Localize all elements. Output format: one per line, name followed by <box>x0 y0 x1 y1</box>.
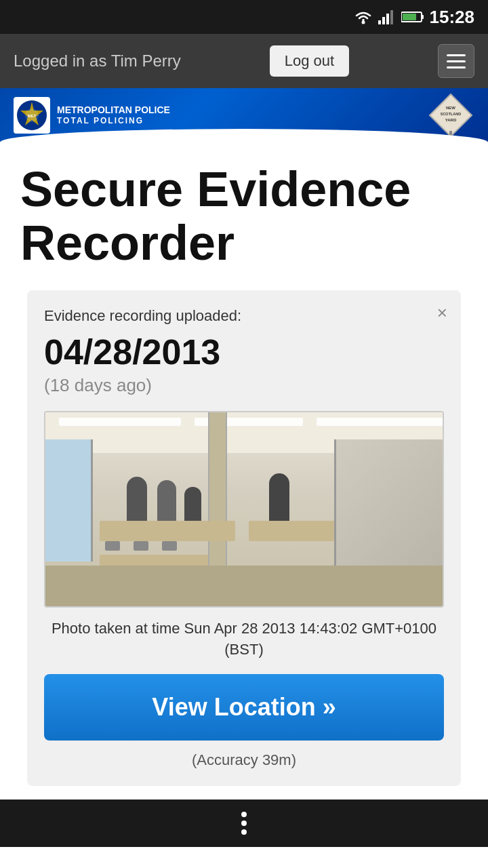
wifi-icon <box>354 9 373 24</box>
accuracy-text: (Accuracy 39m) <box>44 751 444 769</box>
menu-icon-line3 <box>447 66 466 68</box>
police-tagline: TOTAL POLICING <box>57 116 170 127</box>
person3 <box>184 487 201 521</box>
page-title: Secure Evidence Recorder <box>20 163 468 270</box>
battery-icon <box>401 11 424 23</box>
person1 <box>127 477 147 521</box>
header-banner: MET METROPOLITAN POLICE TOTAL POLICING N… <box>0 88 488 142</box>
svg-rect-16 <box>449 131 452 139</box>
window <box>45 439 93 561</box>
svg-rect-6 <box>422 15 424 19</box>
svg-point-0 <box>361 21 365 24</box>
chair3 <box>162 541 177 551</box>
svg-rect-2 <box>382 17 385 24</box>
light3 <box>317 418 443 426</box>
evidence-date: 04/28/2013 <box>44 332 444 372</box>
view-location-button[interactable]: View Location » <box>44 674 444 741</box>
yard-badge: NEW SCOTLAND YARD <box>427 92 474 139</box>
logout-button[interactable]: Log out <box>270 45 349 77</box>
evidence-photo <box>44 411 444 608</box>
projection-screen <box>334 439 443 575</box>
bottom-bar <box>0 800 488 847</box>
nav-dot-1 <box>241 812 247 817</box>
photo-caption: Photo taken at time Sun Apr 28 2013 14:4… <box>44 618 444 660</box>
nav-bar: Logged in as Tim Perry Log out <box>0 34 488 88</box>
main-content: Secure Evidence Recorder × Evidence reco… <box>0 142 488 800</box>
chair2 <box>134 541 148 551</box>
status-icons: 15:28 <box>354 7 475 28</box>
logged-in-label: Logged in as Tim Perry <box>14 52 181 71</box>
person2 <box>157 480 176 521</box>
table1 <box>100 521 235 541</box>
floor <box>45 566 443 606</box>
days-ago: (18 days ago) <box>44 375 444 396</box>
chair1 <box>105 541 120 551</box>
nav-dots <box>241 812 247 835</box>
svg-text:NEW: NEW <box>446 106 455 110</box>
nav-dot-2 <box>241 821 247 826</box>
svg-rect-7 <box>403 14 416 20</box>
menu-icon-line1 <box>447 54 466 56</box>
menu-icon-line2 <box>447 60 466 62</box>
police-name: METROPOLITAN POLICE <box>57 104 170 116</box>
photo-scene <box>45 412 443 606</box>
screen-content <box>336 439 443 575</box>
light1 <box>59 418 181 426</box>
menu-button[interactable] <box>438 44 474 78</box>
evidence-card: × Evidence recording uploaded: 04/28/201… <box>27 290 461 786</box>
status-bar: 15:28 <box>0 0 488 34</box>
police-badge: MET <box>14 97 50 134</box>
police-logo: MET METROPOLITAN POLICE TOTAL POLICING <box>14 97 170 134</box>
upload-label: Evidence recording uploaded: <box>44 307 444 325</box>
status-time: 15:28 <box>430 7 475 28</box>
svg-text:MET: MET <box>28 114 37 118</box>
svg-rect-3 <box>386 14 389 24</box>
card-close-button[interactable]: × <box>437 302 447 323</box>
police-badge-icon: MET <box>15 98 49 132</box>
nav-dot-3 <box>241 829 247 835</box>
svg-text:YARD: YARD <box>445 118 457 122</box>
person4 <box>269 473 289 521</box>
svg-rect-4 <box>390 10 393 24</box>
svg-text:SCOTLAND: SCOTLAND <box>441 112 462 116</box>
signal-icon <box>378 9 396 24</box>
police-text: METROPOLITAN POLICE TOTAL POLICING <box>57 104 170 127</box>
svg-rect-1 <box>378 20 381 24</box>
